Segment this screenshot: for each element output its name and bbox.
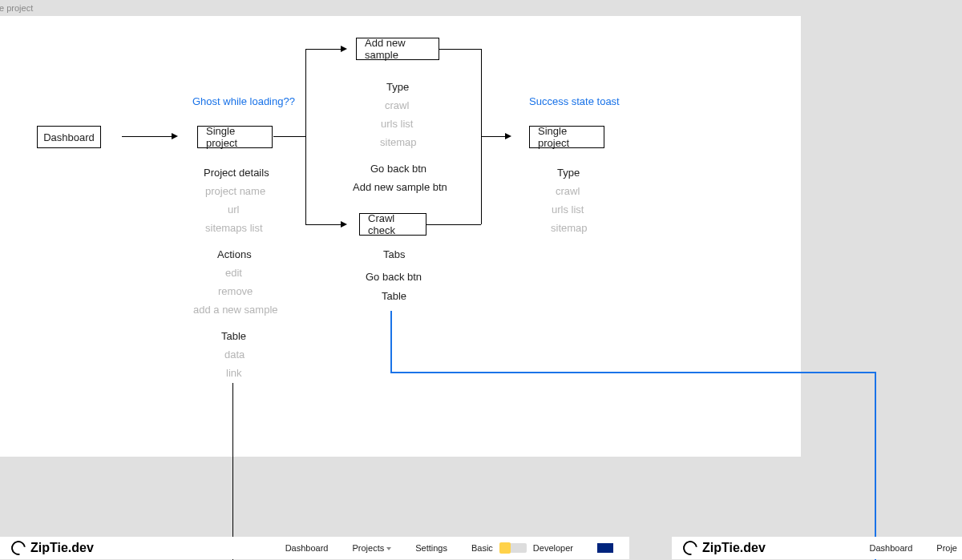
heading-type-1: Type (386, 81, 409, 93)
blue-connector (390, 311, 392, 373)
brand-icon (8, 538, 28, 558)
arrow-head-icon (341, 221, 347, 228)
connector (273, 136, 305, 137)
heading-type-2: Type (557, 167, 580, 179)
connector (305, 49, 341, 50)
mockup-navbar-2: ZipTie.dev Dashboard Proje (672, 537, 962, 559)
item-table-2: Table (382, 290, 406, 302)
item-sitemap-1: sitemap (380, 136, 417, 148)
arrow (122, 136, 172, 137)
brand[interactable]: ZipTie.dev (11, 541, 94, 555)
item-urls-list-2: urls list (552, 203, 584, 216)
item-remove: remove (218, 285, 253, 297)
toggle-track (499, 543, 527, 553)
nav-dashboard[interactable]: Dashboard (285, 543, 329, 553)
item-data: data (224, 348, 245, 361)
connector (481, 136, 505, 137)
node-add-new-sample[interactable]: Add new sample (356, 38, 439, 60)
caret-down-icon (386, 547, 391, 550)
item-edit: edit (225, 267, 242, 279)
nav-projects-cropped[interactable]: Proje (936, 543, 957, 553)
item-link: link (226, 367, 242, 379)
item-add-new-sample-btn: Add new sample btn (353, 181, 447, 193)
item-crawl-2: crawl (556, 185, 580, 197)
frame-label: e project (0, 3, 33, 13)
item-go-back-btn-1: Go back btn (370, 163, 426, 175)
arrow-head-icon (172, 133, 178, 139)
brand-text: ZipTie.dev (702, 541, 766, 555)
item-go-back-btn-2: Go back btn (366, 271, 422, 283)
nav-dashboard[interactable]: Dashboard (869, 543, 912, 553)
brand[interactable]: ZipTie.dev (683, 541, 766, 555)
blue-connector (390, 372, 876, 373)
connector-down-1 (232, 383, 233, 560)
blue-connector (875, 372, 876, 560)
node-dashboard[interactable]: Dashboard (37, 126, 101, 148)
connector (305, 224, 341, 225)
node-crawl-check[interactable]: Crawl check (359, 213, 426, 236)
item-sitemap-2: sitemap (551, 222, 588, 234)
locale-flag-icon[interactable] (597, 543, 613, 553)
item-url: url (228, 203, 239, 216)
item-project-name: project name (205, 185, 265, 197)
arrow-head-icon (505, 133, 511, 139)
item-tabs: Tabs (383, 248, 405, 260)
nav-projects[interactable]: Projects (352, 543, 391, 553)
connector (305, 49, 306, 224)
brand-text: ZipTie.dev (30, 541, 94, 555)
heading-actions: Actions (217, 248, 252, 260)
nav-settings[interactable]: Settings (415, 543, 447, 553)
annotation-success: Success state toast (529, 95, 620, 107)
annotation-ghost: Ghost while loading?? (192, 95, 295, 107)
brand-icon (680, 538, 700, 558)
item-crawl-1: crawl (385, 99, 409, 111)
heading-table: Table (221, 330, 246, 342)
toggle-thumb (499, 542, 511, 554)
node-single-project-1[interactable]: Single project (197, 126, 273, 148)
heading-project-details: Project details (204, 167, 269, 179)
toggle-label-developer: Developer (533, 543, 573, 553)
node-single-project-2[interactable]: Single project (529, 126, 604, 148)
item-sitemaps-list: sitemaps list (205, 222, 263, 234)
connector (426, 224, 481, 225)
mockup-navbar-1: ZipTie.dev Dashboard Projects Settings B… (0, 537, 629, 559)
toggle-label-basic: Basic (471, 543, 493, 553)
connector (439, 49, 481, 50)
role-toggle[interactable]: Basic Developer (471, 543, 573, 553)
arrow-head-icon (341, 46, 347, 52)
item-add-new-sample: add a new sample (193, 304, 278, 316)
item-urls-list-1: urls list (381, 118, 413, 130)
